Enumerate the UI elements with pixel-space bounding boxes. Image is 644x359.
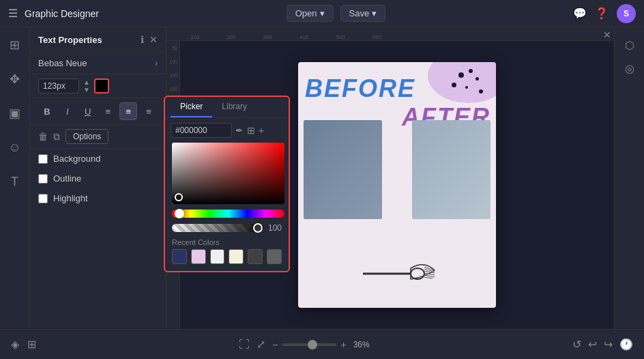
zoom-slider[interactable]: [282, 343, 336, 346]
ruler-top: 100 200 300 400 500 600 ✕: [166, 27, 614, 41]
refresh-icon[interactable]: ↺: [572, 338, 581, 351]
background-checkbox-row: Background: [30, 149, 166, 169]
gradient-circle[interactable]: [175, 193, 183, 201]
topbar-center: Open ▾ Save ▾: [287, 5, 385, 22]
canvas-collapse-icon[interactable]: ✕: [603, 29, 611, 40]
dot-6: [479, 89, 483, 94]
underline-button[interactable]: U: [79, 102, 97, 120]
recent-color-5[interactable]: [248, 249, 263, 264]
sidebar-item-move[interactable]: ✥: [4, 68, 26, 90]
sidebar-item-grid[interactable]: ⊞: [4, 34, 26, 56]
svg-line-7: [424, 277, 433, 278]
bottombar: ◈ ⊞ ⛶ ⤢ − + 36% ↺ ↩ ↪ 🕐: [0, 329, 644, 359]
zoom-in-icon[interactable]: +: [340, 339, 346, 350]
zoom-control: − +: [272, 339, 346, 350]
sidebar-item-frame[interactable]: ▣: [4, 102, 26, 124]
layers-icon[interactable]: ◈: [11, 338, 19, 351]
tab-library[interactable]: Library: [212, 97, 257, 117]
italic-button[interactable]: I: [59, 102, 76, 120]
history-icon[interactable]: 🕐: [619, 338, 633, 351]
alpha-thumb: [253, 223, 263, 233]
color-picker-popup: Picker Library ✒ ⊞ +: [164, 96, 290, 272]
size-stepper[interactable]: ▲ ▼: [83, 78, 90, 94]
color-swatch[interactable]: [94, 78, 109, 94]
hex-row: ✒ ⊞ +: [165, 118, 289, 143]
text-panel: Text Properties ℹ ✕ Bebas Neue › ▲ ▼ B I…: [30, 27, 166, 329]
zoom-out-icon[interactable]: −: [272, 339, 278, 350]
align-center-button[interactable]: ≡: [119, 102, 137, 120]
highlight-checkbox-row: Highlight: [30, 188, 166, 208]
panel-title: Text Properties: [38, 35, 102, 45]
help-icon[interactable]: ❓: [595, 7, 609, 20]
sidebar-item-text[interactable]: T: [4, 171, 26, 192]
resize-icon[interactable]: ⤢: [257, 338, 265, 351]
recent-colors-label: Recent Colors: [165, 233, 289, 249]
right-icon-1[interactable]: ⬡: [619, 34, 641, 56]
redo-icon[interactable]: ↪: [604, 338, 613, 351]
dot-1: [458, 72, 464, 78]
bold-button[interactable]: B: [38, 102, 56, 120]
hue-slider[interactable]: [172, 210, 284, 218]
background-label: Background: [53, 154, 100, 164]
alpha-row: 100: [172, 223, 282, 233]
recent-color-3[interactable]: [210, 249, 225, 264]
bottom-right: ↺ ↩ ↪ 🕐: [572, 338, 633, 351]
open-button[interactable]: Open ▾: [287, 5, 334, 22]
highlight-checkbox[interactable]: [38, 194, 48, 203]
options-button[interactable]: Options: [65, 129, 108, 144]
right-panel: ⬡ ◎: [614, 27, 644, 329]
dot-2: [469, 69, 473, 73]
align-left-button[interactable]: ≡: [99, 102, 117, 120]
undo-icon[interactable]: ↩: [588, 338, 597, 351]
photo-right: [412, 120, 491, 219]
align-right-button[interactable]: ≡: [140, 102, 158, 120]
chat-icon[interactable]: 💬: [573, 7, 587, 20]
delete-icon[interactable]: 🗑: [38, 131, 48, 142]
brush-illustration: [356, 253, 438, 294]
format-row: B I U ≡ ≡ ≡: [30, 98, 166, 125]
dot-4: [452, 83, 456, 87]
bottom-left: ◈ ⊞: [11, 338, 36, 351]
panel-header: Text Properties ℹ ✕: [30, 27, 166, 53]
picker-tabs: Picker Library: [165, 97, 289, 118]
avatar[interactable]: S: [617, 4, 636, 23]
alpha-slider[interactable]: [172, 224, 264, 232]
recent-color-2[interactable]: [191, 249, 206, 264]
dot-3: [475, 77, 479, 81]
close-icon[interactable]: ✕: [149, 34, 158, 45]
add-color-icon[interactable]: +: [259, 125, 264, 136]
save-button[interactable]: Save ▾: [340, 5, 386, 22]
recent-color-6[interactable]: [267, 249, 282, 264]
grid-view-icon[interactable]: ⊞: [27, 338, 36, 351]
ruler-marks: 100 200 300 400 500 600: [184, 34, 611, 40]
grid-icon[interactable]: ⊞: [247, 125, 255, 136]
sidebar-icons: ⊞ ✥ ▣ ☺ T: [0, 27, 30, 329]
zoom-level: 36%: [353, 340, 370, 349]
background-checkbox[interactable]: [38, 154, 48, 164]
font-size-input[interactable]: [38, 78, 79, 94]
recent-color-1[interactable]: [172, 249, 187, 264]
info-icon[interactable]: ℹ: [141, 34, 144, 45]
outline-label: Outline: [53, 173, 81, 184]
sidebar-item-people[interactable]: ☺: [4, 137, 26, 158]
font-expand-icon[interactable]: ›: [155, 59, 158, 68]
duplicate-icon[interactable]: ⧉: [53, 131, 60, 143]
zoom-thumb: [308, 340, 317, 349]
tab-picker[interactable]: Picker: [171, 97, 212, 117]
dot-5: [465, 86, 468, 89]
gradient-dark: [172, 143, 284, 204]
menu-icon[interactable]: ☰: [8, 7, 18, 20]
hue-thumb: [175, 209, 184, 218]
fit-screen-icon[interactable]: ⛶: [239, 339, 250, 351]
right-icon-2[interactable]: ◎: [619, 57, 641, 79]
outline-checkbox[interactable]: [38, 174, 48, 184]
design-card: BEFORE AFTER: [298, 62, 496, 308]
hue-slider-container: [172, 210, 282, 218]
app-title: Graphic Designer: [25, 8, 99, 19]
recent-color-4[interactable]: [229, 249, 244, 264]
hex-input[interactable]: [171, 123, 232, 138]
color-gradient[interactable]: [172, 143, 284, 204]
eyedropper-icon[interactable]: ✒: [235, 125, 244, 136]
panel-header-icons: ℹ ✕: [141, 34, 158, 45]
bottom-center: ⛶ ⤢ − + 36%: [239, 338, 369, 351]
